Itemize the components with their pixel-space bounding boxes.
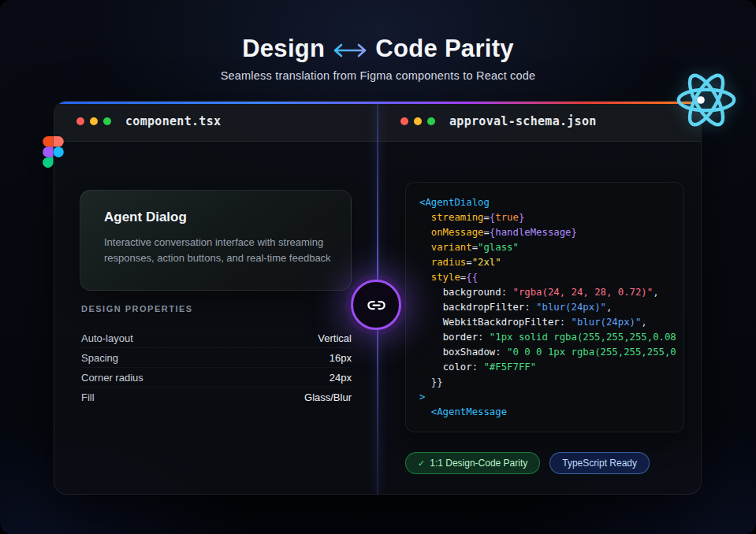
title-right: Code Parity	[375, 35, 514, 62]
code-block: <AgentDialog streaming={true} onMessage=…	[405, 182, 684, 432]
parity-badge[interactable]: ✓ 1:1 Design-Code Parity	[405, 452, 540, 474]
react-electron-dot	[697, 96, 705, 104]
link-icon	[366, 295, 387, 316]
badges-row: ✓ 1:1 Design-Code Parity TypeScript Read…	[405, 452, 650, 474]
property-value: 16px	[330, 352, 352, 364]
property-value: Glass/Blur	[304, 391, 352, 403]
parity-badge-label: 1:1 Design-Code Parity	[430, 458, 527, 469]
card-title: Agent Dialog	[104, 210, 187, 225]
typescript-badge-label: TypeScript Ready	[562, 458, 637, 469]
window-close-button[interactable]	[400, 117, 408, 125]
window-zoom-button[interactable]	[427, 117, 435, 125]
property-value: Vertical	[318, 332, 352, 344]
property-row: Spacing 16px	[81, 348, 352, 368]
property-label: Auto-layout	[81, 332, 133, 344]
right-tab: approval-schema.json	[377, 102, 701, 141]
property-row: Fill Glass/Blur	[81, 388, 352, 407]
window-minimize-button[interactable]	[90, 117, 98, 125]
page: Design Code Parity Seamless translation …	[0, 0, 756, 534]
check-icon: ✓	[418, 458, 425, 469]
property-label: Corner radius	[81, 372, 143, 384]
property-row: Auto-layout Vertical	[81, 328, 352, 348]
figma-logo	[43, 136, 64, 168]
react-logo	[672, 69, 741, 132]
title-left: Design	[242, 35, 325, 62]
window-controls	[400, 117, 435, 125]
window-minimize-button[interactable]	[414, 117, 422, 125]
page-title: Design Code Parity	[0, 35, 756, 63]
page-subtitle: Seamless translation from Figma componen…	[0, 69, 756, 82]
property-value: 24px	[330, 372, 352, 384]
agent-dialog-card: Agent Dialog Interactive conversation in…	[80, 190, 352, 291]
double-arrow-icon	[332, 42, 368, 59]
design-properties-list: Auto-layout Vertical Spacing 16px Corner…	[81, 328, 352, 407]
window-zoom-button[interactable]	[103, 117, 111, 125]
property-row: Corner radius 24px	[81, 368, 352, 388]
window-controls	[76, 117, 111, 125]
gradient-top-border	[54, 102, 701, 104]
typescript-badge[interactable]: TypeScript Ready	[549, 452, 650, 474]
card-description: Interactive conversation interface with …	[104, 235, 347, 266]
link-button[interactable]	[351, 280, 401, 330]
right-filename: approval-schema.json	[449, 114, 597, 128]
left-filename: component.tsx	[125, 114, 221, 128]
design-properties-heading: DESIGN PROPERTIES	[81, 304, 193, 313]
property-label: Spacing	[81, 352, 118, 364]
property-label: Fill	[81, 391, 95, 403]
left-tab: component.tsx	[54, 102, 377, 141]
window-close-button[interactable]	[76, 117, 84, 125]
